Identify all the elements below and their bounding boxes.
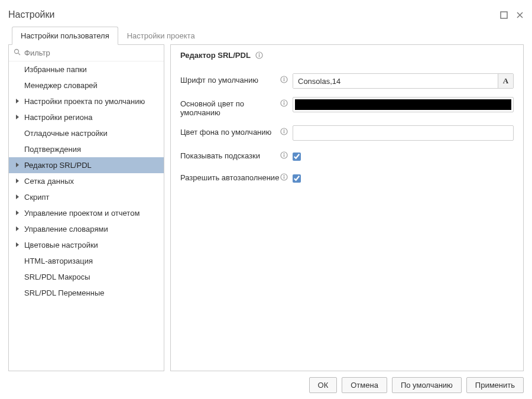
row-autocomplete: Разрешить автозаполнение — [180, 167, 514, 189]
font-picker-button[interactable]: A — [498, 74, 513, 88]
tree-item[interactable]: SRL/PDL Макросы — [9, 269, 164, 285]
svg-rect-5 — [259, 55, 259, 57]
tree-item[interactable]: Сетка данных — [9, 173, 164, 189]
svg-line-2 — [18, 53, 20, 55]
tree-item[interactable]: SRL/PDL Переменные — [9, 285, 164, 301]
panel-title: Редактор SRL/PDL — [180, 51, 251, 60]
svg-point-4 — [258, 53, 259, 54]
dialog-buttons: ОК Отмена По умолчанию Применить — [8, 371, 524, 393]
default-font-input[interactable] — [293, 74, 498, 88]
svg-rect-17 — [284, 155, 284, 157]
ok-button[interactable]: ОК — [309, 377, 338, 393]
row-bg-color: Цвет фона по умолчанию — [180, 121, 514, 145]
info-icon[interactable] — [280, 151, 288, 159]
tab-user-settings[interactable]: Настройки пользователя — [12, 27, 118, 45]
settings-panel: Редактор SRL/PDL Шрифт по умолчанию A — [170, 44, 524, 371]
label-fg-color: Основной цвет по умолчанию — [180, 97, 293, 117]
defaults-button[interactable]: По умолчанию — [392, 377, 462, 393]
filter-input[interactable] — [24, 48, 159, 57]
svg-rect-20 — [284, 177, 284, 179]
tree-item[interactable]: HTML-авторизация — [9, 253, 164, 269]
row-fg-color: Основной цвет по умолчанию — [180, 93, 514, 121]
apply-button[interactable]: Применить — [466, 377, 524, 393]
info-icon[interactable] — [280, 173, 288, 181]
tree-item[interactable]: Редактор SRL/PDL — [9, 157, 164, 173]
tree-item[interactable]: Менеджер словарей — [9, 77, 164, 93]
maximize-icon[interactable] — [500, 11, 508, 19]
svg-point-19 — [284, 175, 285, 176]
svg-point-1 — [15, 50, 19, 54]
search-icon — [14, 48, 21, 57]
svg-rect-0 — [501, 12, 507, 18]
settings-tree: Избранные папкиМенеджер словарейНастройк… — [9, 61, 164, 371]
svg-rect-11 — [284, 103, 284, 105]
tab-project-settings[interactable]: Настройки проекта — [118, 27, 204, 45]
info-icon[interactable] — [280, 99, 288, 107]
tree-item[interactable]: Управление словарями — [9, 221, 164, 237]
tree-item[interactable]: Подтверждения — [9, 141, 164, 157]
window-controls — [500, 11, 524, 19]
autocomplete-checkbox[interactable] — [293, 174, 301, 183]
info-icon[interactable] — [280, 128, 288, 135]
titlebar: Настройки — [8, 7, 524, 26]
fg-color-picker[interactable] — [293, 97, 514, 112]
row-show-hints: Показывать подсказки — [180, 145, 514, 167]
svg-point-13 — [284, 129, 285, 131]
label-default-font: Шрифт по умолчанию — [180, 73, 293, 85]
label-autocomplete: Разрешить автозаполнение — [180, 171, 293, 182]
bg-color-picker[interactable] — [293, 125, 514, 141]
svg-point-10 — [284, 101, 285, 102]
svg-point-7 — [284, 77, 285, 79]
tabstrip: Настройки пользователя Настройки проекта — [8, 27, 524, 45]
close-icon[interactable] — [516, 11, 524, 19]
label-bg-color: Цвет фона по умолчанию — [180, 125, 293, 137]
panel-title-row: Редактор SRL/PDL — [180, 51, 514, 69]
font-input-group: A — [293, 73, 514, 89]
tree-item[interactable]: Цветовые настройки — [9, 237, 164, 253]
svg-rect-14 — [284, 131, 284, 134]
settings-window: Настройки Настройки пользователя Настрой… — [0, 0, 532, 399]
fg-color-swatch — [295, 99, 511, 110]
tree-item[interactable]: Отладочные настройки — [9, 125, 164, 141]
bg-color-swatch — [295, 128, 511, 138]
sidebar: Избранные папкиМенеджер словарейНастройк… — [8, 44, 164, 371]
tree-item[interactable]: Настройки проекта по умолчанию — [9, 93, 164, 109]
window-title: Настройки — [8, 9, 54, 20]
svg-point-16 — [284, 153, 285, 154]
tree-item[interactable]: Настройки региона — [9, 109, 164, 125]
info-icon[interactable] — [255, 51, 263, 59]
show-hints-checkbox[interactable] — [293, 153, 301, 161]
tree-item[interactable]: Избранные папки — [9, 61, 164, 77]
cancel-button[interactable]: Отмена — [342, 377, 387, 393]
svg-rect-8 — [284, 79, 284, 82]
tree-item[interactable]: Управление проектом и отчетом — [9, 205, 164, 221]
label-show-hints: Показывать подсказки — [180, 149, 293, 160]
tree-item[interactable]: Скрипт — [9, 189, 164, 205]
info-icon[interactable] — [280, 76, 288, 83]
content-area: Избранные папкиМенеджер словарейНастройк… — [8, 44, 524, 371]
row-default-font: Шрифт по умолчанию A — [180, 69, 514, 93]
filter-row — [9, 45, 164, 61]
